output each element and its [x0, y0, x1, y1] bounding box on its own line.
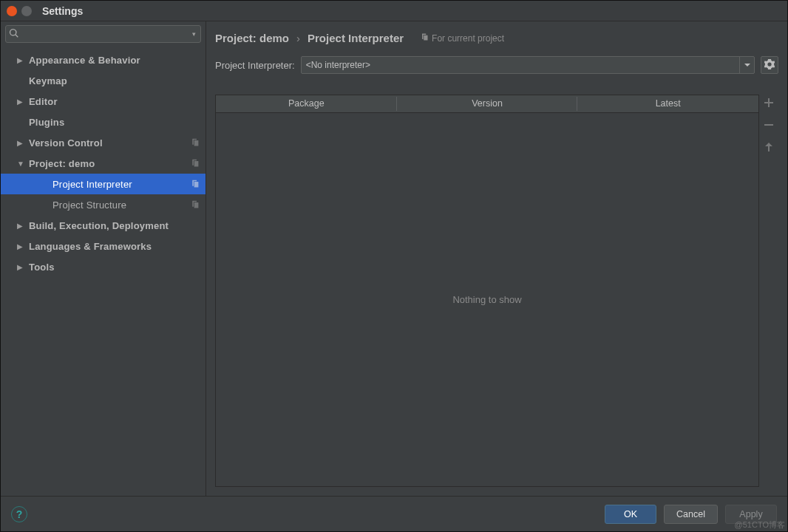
col-version[interactable]: Version — [397, 95, 578, 112]
breadcrumb-page: Project Interpreter — [308, 32, 404, 44]
tree-item-tools[interactable]: ▶Tools — [1, 256, 206, 277]
settings-main: Project: demo › Project Interpreter For … — [206, 21, 787, 496]
interpreter-settings-button[interactable] — [761, 56, 778, 74]
interpreter-value: <No interpreter> — [302, 60, 739, 70]
minus-icon — [763, 119, 775, 133]
window-minimize-button[interactable] — [21, 6, 32, 16]
copy-icon — [190, 179, 200, 191]
col-latest[interactable]: Latest — [577, 95, 758, 112]
upgrade-package-button[interactable] — [761, 140, 776, 155]
tree-item-build-execution-deployment[interactable]: ▶Build, Execution, Deployment — [1, 215, 206, 236]
ok-button[interactable]: OK — [605, 505, 656, 524]
sidebar-search-input[interactable] — [19, 29, 191, 39]
interpreter-label: Project Interpreter: — [215, 60, 295, 71]
sidebar-search[interactable]: ▾ — [5, 25, 201, 43]
tree-item-project-structure[interactable]: Project Structure — [1, 194, 206, 215]
copy-icon — [190, 200, 200, 211]
arrow-up-icon — [763, 141, 775, 155]
tree-item-label: Project: demo — [29, 158, 95, 169]
interpreter-combobox[interactable]: <No interpreter> — [301, 56, 755, 74]
dialog-footer: ? OK Cancel Apply — [1, 496, 787, 531]
tree-item-label: Editor — [29, 96, 58, 107]
apply-button[interactable]: Apply — [725, 505, 777, 524]
tree-item-keymap[interactable]: Keymap — [1, 70, 206, 91]
breadcrumb: Project: demo › Project Interpreter For … — [215, 32, 778, 44]
chevron-right-icon[interactable]: ▶ — [17, 263, 24, 271]
gear-icon — [764, 59, 775, 72]
packages-table-body: Nothing to show — [216, 113, 758, 486]
search-icon — [9, 28, 19, 41]
help-button[interactable]: ? — [11, 506, 27, 522]
settings-window: Settings ▾ ▶Appearance & BehaviorKeymap▶… — [0, 0, 788, 532]
col-package[interactable]: Package — [216, 95, 397, 112]
copy-icon — [190, 158, 200, 170]
tree-item-appearance-behavior[interactable]: ▶Appearance & Behavior — [1, 50, 206, 70]
remove-package-button[interactable] — [761, 118, 776, 133]
chevron-down-icon — [744, 60, 751, 71]
window-close-button[interactable] — [7, 6, 17, 16]
tree-item-label: Tools — [29, 262, 55, 273]
tree-item-project-demo[interactable]: ▼Project: demo — [1, 153, 206, 174]
tree-item-label: Version Control — [29, 137, 103, 149]
window-title: Settings — [42, 5, 83, 17]
titlebar: Settings — [1, 1, 787, 21]
tree-item-editor[interactable]: ▶Editor — [1, 91, 206, 112]
cancel-button[interactable]: Cancel — [664, 505, 718, 524]
current-project-hint-text: For current project — [432, 33, 504, 44]
tree-item-label: Plugins — [29, 117, 64, 128]
copy-icon — [190, 137, 200, 149]
chevron-right-icon[interactable]: ▶ — [17, 242, 24, 250]
tree-item-label: Project Interpreter — [52, 179, 132, 190]
tree-item-label: Build, Execution, Deployment — [29, 220, 169, 231]
tree-item-label: Keymap — [29, 75, 67, 86]
chevron-down-icon[interactable]: ▼ — [17, 160, 24, 168]
add-package-button[interactable] — [761, 96, 776, 111]
plus-icon — [763, 97, 775, 111]
copy-icon — [420, 33, 429, 44]
tree-item-plugins[interactable]: Plugins — [1, 112, 206, 132]
chevron-right-icon[interactable]: ▶ — [17, 139, 24, 147]
tree-item-version-control[interactable]: ▶Version Control — [1, 132, 206, 153]
packages-side-tools — [759, 95, 778, 487]
tree-item-label: Project Structure — [52, 200, 126, 211]
current-project-hint: For current project — [420, 33, 504, 44]
tree-item-project-interpreter[interactable]: Project Interpreter — [1, 174, 206, 194]
settings-sidebar: ▾ ▶Appearance & BehaviorKeymap▶EditorPlu… — [1, 21, 206, 496]
settings-tree[interactable]: ▶Appearance & BehaviorKeymap▶EditorPlugi… — [1, 47, 206, 496]
packages-table-header: Package Version Latest — [216, 95, 758, 113]
tree-item-languages-frameworks[interactable]: ▶Languages & Frameworks — [1, 236, 206, 256]
breadcrumb-separator: › — [296, 32, 300, 44]
chevron-right-icon[interactable]: ▶ — [17, 98, 24, 106]
chevron-down-icon: ▾ — [191, 30, 197, 38]
breadcrumb-project[interactable]: Project: demo — [215, 32, 289, 44]
interpreter-dropdown-button[interactable] — [739, 57, 754, 73]
tree-item-label: Appearance & Behavior — [29, 55, 140, 66]
packages-table: Package Version Latest Nothing to show — [215, 95, 759, 487]
chevron-right-icon[interactable]: ▶ — [17, 222, 24, 230]
chevron-right-icon[interactable]: ▶ — [17, 56, 24, 64]
empty-state-text: Nothing to show — [452, 294, 521, 305]
tree-item-label: Languages & Frameworks — [29, 241, 152, 252]
